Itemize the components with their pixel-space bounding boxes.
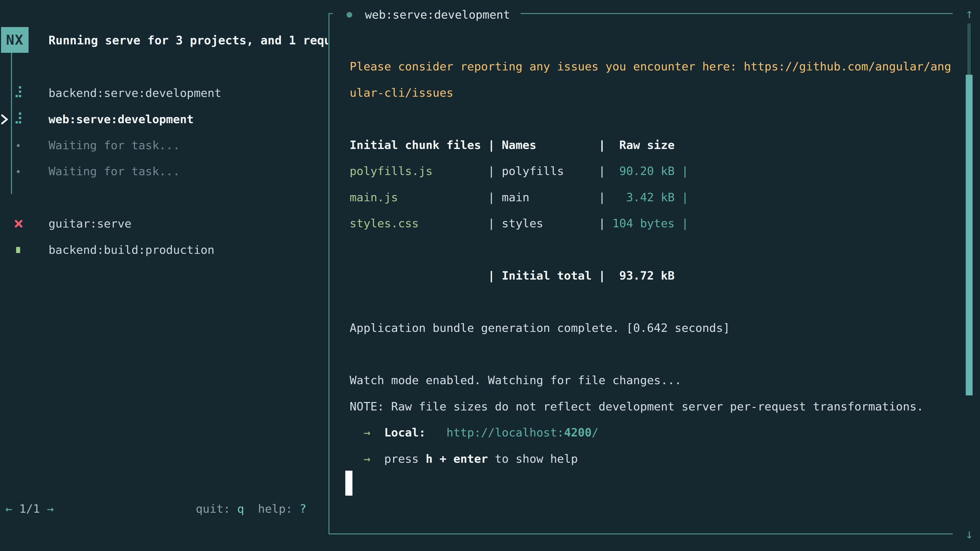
page-next-arrow[interactable]: →: [47, 502, 54, 516]
terminal-line: Please consider reporting any issues you…: [350, 53, 951, 79]
waiting-dot-icon: [17, 170, 20, 173]
terminal-line: Watch mode enabled. Watching for file ch…: [350, 367, 681, 393]
output-panel-title: web:serve:development: [365, 2, 510, 28]
terminal-text-segment: /: [592, 426, 598, 439]
panel-border-top-stub: [328, 13, 333, 14]
terminal-line: main.js | main | 3.42 kB |: [350, 184, 689, 210]
terminal-text-segment: press: [384, 452, 426, 465]
task-row-waiting-1[interactable]: Waiting for task...: [0, 132, 327, 159]
terminal-text-segment: |: [675, 217, 688, 230]
success-square-icon: [16, 247, 20, 253]
terminal-line: Initial chunk files | Names | Raw size: [350, 132, 675, 158]
terminal-text-segment: | polyfills |: [433, 164, 619, 178]
terminal-text-segment: polyfills.js: [350, 164, 433, 178]
page-indicator: 1/1: [19, 502, 40, 516]
terminal-text-segment: →: [350, 452, 384, 465]
terminal-text-segment: ular-cli/issues: [350, 86, 453, 100]
terminal-text-segment: 3.42 kB: [626, 191, 675, 204]
nx-logo: NX: [1, 27, 29, 53]
quit-label: quit:: [196, 502, 237, 516]
scroll-down-icon[interactable]: ↓: [961, 522, 977, 545]
task-label: web:serve:development: [48, 106, 194, 132]
terminal-text-segment: | Initial total | 93.72 kB: [350, 269, 675, 283]
panel-border-top: [520, 13, 953, 14]
selected-task-indicator-icon: [1, 114, 8, 124]
terminal-text-segment: Local:: [384, 426, 426, 439]
task-row-backend-build[interactable]: backend:build:production: [0, 237, 327, 263]
task-row-waiting-2[interactable]: Waiting for task...: [0, 159, 327, 184]
task-label: Waiting for task...: [48, 159, 180, 184]
terminal-text-segment: Please consider reporting any issues you…: [350, 60, 951, 73]
keyboard-shortcuts-hint: quit: q help: ?: [196, 496, 307, 522]
task-label: Waiting for task...: [48, 132, 180, 159]
terminal-text-segment: [426, 426, 446, 439]
page-prev-arrow[interactable]: ←: [5, 502, 12, 516]
task-label: backend:serve:development: [48, 80, 221, 106]
waiting-dot-icon: [17, 144, 20, 147]
terminal-text-segment: NOTE: Raw file sizes do not reflect deve…: [350, 400, 924, 413]
terminal-text-segment: Initial chunk files | Names | Raw size: [350, 138, 675, 152]
page-indicator: [12, 502, 19, 516]
terminal-line: | Initial total | 93.72 kB: [350, 262, 675, 289]
scrollbar-thumb[interactable]: [966, 75, 973, 395]
task-label: guitar:serve: [48, 211, 131, 237]
page-indicator: [40, 502, 47, 516]
quit-key: q: [237, 502, 244, 516]
terminal-text-segment: |: [675, 164, 688, 178]
terminal-text-segment: 90.20 kB: [619, 164, 675, 178]
terminal-text-segment: Application bundle generation complete. …: [350, 321, 730, 335]
task-row-backend-serve[interactable]: backend:serve:development: [0, 80, 327, 106]
terminal-line: → Local: http://localhost:4200/: [350, 419, 598, 446]
terminal-text-segment: →: [350, 426, 384, 439]
spinner-icon: [16, 113, 21, 124]
sidebar-title: Running serve for 3 projects, and 1 requ: [48, 27, 328, 53]
terminal-line: polyfills.js | polyfills | 90.20 kB |: [350, 158, 689, 184]
terminal-line: NOTE: Raw file sizes do not reflect deve…: [350, 393, 924, 420]
panel-border-bottom: [328, 534, 953, 534]
terminal-text-segment: main.js: [350, 191, 398, 204]
terminal-cursor: [345, 471, 352, 495]
terminal-text-segment: 4200: [564, 426, 592, 439]
terminal-line: → press h + enter to show help: [350, 446, 578, 472]
terminal-line: ular-cli/issues: [350, 79, 453, 106]
help-label: help:: [244, 502, 300, 516]
spinner-icon: [16, 86, 21, 98]
terminal-text-segment: styles.css: [350, 217, 419, 230]
task-row-guitar-serve[interactable]: guitar:serve: [0, 211, 327, 237]
terminal-text-segment: | styles |: [419, 217, 612, 230]
task-label: backend:build:production: [48, 237, 215, 263]
terminal-text-segment: | main |: [398, 191, 626, 204]
terminal-text-segment: |: [675, 191, 688, 204]
terminal-text-segment: to show help: [488, 452, 578, 465]
terminal-line: styles.css | styles | 104 bytes |: [350, 210, 689, 237]
help-key: ?: [299, 502, 306, 516]
task-status-dot-icon: [347, 12, 352, 17]
pagination: ← 1/1 →: [5, 496, 54, 522]
terminal-text-segment: h + enter: [426, 452, 488, 465]
terminal-text-segment: Watch mode enabled. Watching for file ch…: [350, 373, 681, 387]
task-row-web-serve[interactable]: web:serve:development: [0, 106, 327, 132]
scroll-up-icon[interactable]: ↑: [961, 2, 977, 25]
terminal-text-segment: http://localhost:: [446, 426, 564, 439]
terminal-text-segment: 104 bytes: [612, 217, 675, 230]
failed-cross-icon: [14, 219, 23, 228]
terminal-line: Application bundle generation complete. …: [350, 315, 730, 341]
scrollbar-track[interactable]: [968, 24, 970, 75]
panel-border-left: [328, 13, 329, 534]
